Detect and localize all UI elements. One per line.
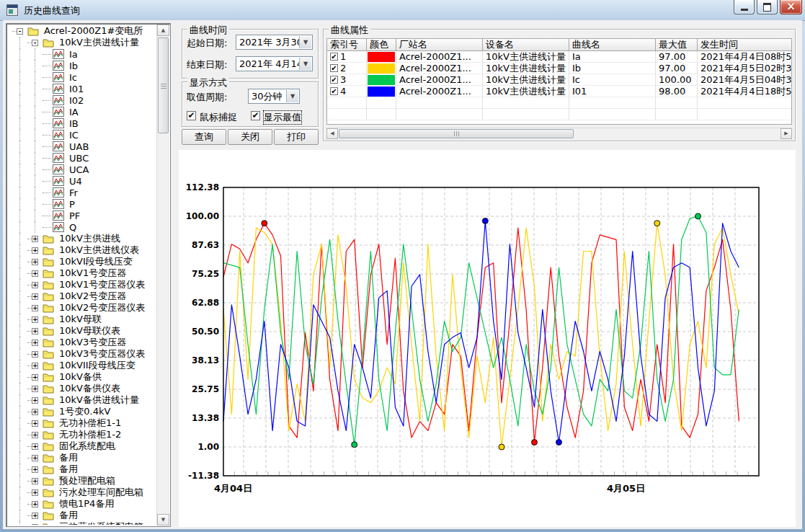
expand-icon[interactable]: + [32, 236, 38, 242]
tree-item-10kV2号变压器[interactable]: +10kV2号变压器 [8, 291, 156, 302]
table-scroll-right-button[interactable]: ▶ [780, 128, 792, 139]
expand-icon[interactable]: + [32, 328, 38, 334]
window-titlebar[interactable]: 历史曲线查询 × [0, 0, 805, 21]
tree-expand-toggle[interactable]: + [27, 394, 43, 406]
tree-item-10kV1号变压器仪表[interactable]: +10kV1号变压器仪表 [8, 279, 156, 291]
curve-visible-checkbox[interactable]: ✔ [330, 87, 338, 95]
expand-icon[interactable]: + [32, 316, 38, 323]
tree-item-10kV1号变压器[interactable]: +10kV1号变压器 [8, 267, 156, 279]
tree-item-Ia[interactable]: Ia [8, 48, 156, 60]
table-scroll-left-button[interactable]: ◀ [326, 128, 338, 139]
chevron-down-icon[interactable]: ▼ [286, 90, 298, 102]
tree-item-IC[interactable]: IC [8, 129, 156, 141]
expand-icon[interactable]: + [32, 282, 38, 288]
tree-expand-toggle[interactable]: + [27, 383, 43, 394]
tree-scrollbar[interactable]: ▲ ▼ [156, 25, 169, 526]
chevron-down-icon[interactable]: ▼ [299, 58, 311, 70]
curve-visible-checkbox[interactable]: ✔ [330, 76, 338, 84]
tree-expand-toggle[interactable]: + [27, 302, 43, 314]
expand-icon[interactable]: + [32, 340, 38, 346]
tree-item-Acrel-2000Z1#变电所[interactable]: -Acrel-2000Z1#变电所 [8, 25, 156, 37]
tree-expand-toggle[interactable]: + [27, 256, 43, 267]
expand-icon[interactable]: + [32, 432, 38, 438]
expand-icon[interactable]: + [32, 351, 38, 358]
expand-icon[interactable]: + [32, 524, 38, 526]
tree-item-10kVII段母线压变[interactable]: +10kVII段母线压变 [8, 360, 156, 371]
tree-item-10kV3号变压器[interactable]: +10kV3号变压器 [8, 337, 156, 348]
column-header-7[interactable]: 发生时间 [698, 39, 792, 51]
tree-item-10kV母联[interactable]: +10kV母联 [8, 314, 156, 325]
tree-item-10kV主供进线仪表[interactable]: +10kV主供进线仪表 [8, 244, 156, 256]
tree-expand-toggle[interactable]: + [27, 348, 43, 360]
curve-visible-checkbox[interactable]: ✔ [330, 64, 338, 72]
tree-item-I02[interactable]: I02 [8, 94, 156, 106]
expand-icon[interactable]: + [32, 397, 38, 404]
period-select[interactable]: 30分钟 ▼ [248, 89, 300, 104]
tree-expand-toggle[interactable]: + [27, 487, 43, 498]
expand-icon[interactable]: + [32, 513, 38, 519]
tree-item-Q[interactable]: Q [8, 221, 156, 233]
tree-expand-toggle[interactable]: + [27, 360, 43, 371]
tree-expand-toggle[interactable]: + [27, 510, 43, 521]
tree-item-10kV母联仪表[interactable]: +10kV母联仪表 [8, 325, 156, 337]
table-scroll-thumb[interactable] [339, 129, 574, 138]
expand-icon[interactable]: + [32, 305, 38, 311]
expand-icon[interactable]: + [32, 489, 38, 496]
curve-visible-checkbox[interactable]: ✔ [330, 53, 338, 61]
tree-expand-toggle[interactable]: + [27, 452, 43, 464]
tree-scroll-thumb[interactable] [158, 37, 169, 133]
minimize-button[interactable] [734, 0, 755, 14]
tree-item-预处理配电箱[interactable]: +预处理配电箱 [8, 475, 156, 487]
tree-expand-toggle[interactable]: + [27, 371, 43, 383]
tree-item-三效蒸发系统配电箱[interactable]: +三效蒸发系统配电箱 [8, 521, 156, 525]
tree-expand-toggle[interactable]: + [27, 279, 43, 291]
tree-item-Ic[interactable]: Ic [8, 71, 156, 83]
collapse-icon[interactable]: - [32, 40, 38, 46]
print-button[interactable]: 打印 [274, 129, 319, 145]
tree-item-IA[interactable]: IA [8, 106, 156, 118]
column-header-2[interactable]: 颜色 [367, 39, 396, 51]
tree-item-U4[interactable]: U4 [8, 175, 156, 187]
tree-scroll-up-button[interactable]: ▲ [157, 25, 169, 36]
tree-expand-toggle[interactable]: + [27, 429, 43, 440]
tree-item-I01[interactable]: I01 [8, 83, 156, 94]
expand-icon[interactable]: + [32, 374, 38, 381]
curve-row-Ia[interactable]: ✔1Acrel-2000Z1...10kV主供进线计量Ia97.002021年4… [327, 51, 791, 63]
expand-icon[interactable]: + [32, 247, 38, 254]
tree-expand-toggle[interactable]: + [27, 314, 43, 325]
tree-item-馈电1P4备用[interactable]: +馈电1P4备用 [8, 498, 156, 510]
tree-item-固化系统配电[interactable]: +固化系统配电 [8, 440, 156, 452]
tree-item-10kV主供进线计量[interactable]: -10kV主供进线计量 [8, 37, 156, 48]
expand-icon[interactable]: + [32, 270, 38, 277]
close-button[interactable]: 关闭 [228, 129, 272, 145]
tree-item-无功补偿柜1-1[interactable]: +无功补偿柜1-1 [8, 417, 156, 429]
tree-item-10kV3号变压器仪表[interactable]: +10kV3号变压器仪表 [8, 348, 156, 360]
column-header-5[interactable]: 曲线名 [569, 39, 656, 51]
tree-item-UBC[interactable]: UBC [8, 152, 156, 164]
tree-item-IB[interactable]: IB [8, 118, 156, 129]
tree-item-P[interactable]: P [8, 198, 156, 210]
tree-item-10kVI段母线压变[interactable]: +10kVI段母线压变 [8, 256, 156, 267]
expand-icon[interactable]: + [32, 478, 38, 484]
query-button[interactable]: 查询 [182, 129, 226, 145]
tree-item-备用[interactable]: +备用 [8, 464, 156, 475]
tree-expand-toggle[interactable]: + [27, 440, 43, 452]
expand-icon[interactable]: + [32, 420, 38, 427]
table-hscrollbar[interactable]: ◀ ▶ [326, 128, 792, 139]
tree-expand-toggle[interactable]: + [27, 325, 43, 337]
tree-item-UAB[interactable]: UAB [8, 141, 156, 152]
tree-expand-toggle[interactable]: + [27, 233, 43, 244]
expand-icon[interactable]: + [32, 363, 38, 369]
tree-item-备用[interactable]: +备用 [8, 510, 156, 521]
tree-expand-toggle[interactable]: + [27, 406, 43, 417]
tree-item-污水处理车间配电箱[interactable]: +污水处理车间配电箱 [8, 487, 156, 498]
tree-expand-toggle[interactable]: - [27, 37, 43, 48]
curve-table[interactable]: 索引号颜色厂站名设备名曲线名最大值发生时间 ✔1Acrel-2000Z1...1… [326, 38, 792, 125]
mouse-capture-checkbox[interactable]: ✔ [187, 111, 196, 120]
expand-icon[interactable]: + [32, 501, 38, 507]
column-header-1[interactable]: 索引号 [327, 39, 367, 51]
tree-item-备用[interactable]: +备用 [8, 452, 156, 464]
tree-expand-toggle[interactable]: + [27, 291, 43, 302]
start-date-select[interactable]: 2021年 3月30 ▼ [236, 35, 313, 50]
tree-expand-toggle[interactable]: + [27, 521, 43, 525]
